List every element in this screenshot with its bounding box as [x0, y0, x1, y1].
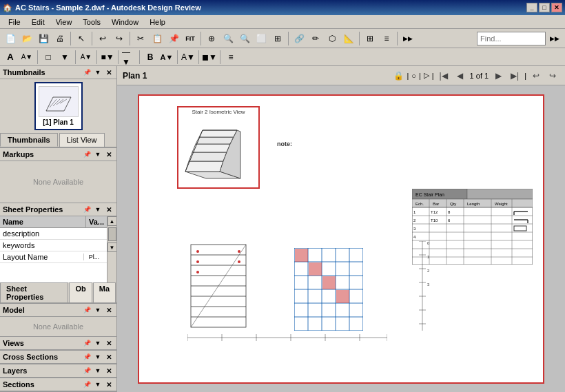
zoom-in-button[interactable]: 🔍	[220, 31, 236, 46]
markups-menu-icon[interactable]: ▼	[93, 149, 103, 159]
menu-edit[interactable]: Edit	[26, 17, 50, 28]
text-btn[interactable]: A	[3, 50, 18, 65]
fill-btn[interactable]: ■▼	[100, 50, 115, 65]
markups-pin-icon[interactable]: 📌	[82, 149, 92, 159]
paste-button[interactable]: 📌	[166, 31, 181, 46]
model-menu-icon[interactable]: ▼	[93, 305, 103, 315]
views-pin-icon[interactable]: 📌	[82, 338, 92, 348]
fit-button[interactable]: FIT	[183, 31, 198, 46]
fill-color-btn[interactable]: ◼▼	[202, 50, 217, 65]
close-button[interactable]: ✕	[551, 3, 562, 12]
scroll-down-btn[interactable]: ▼	[107, 243, 117, 252]
views-menu-icon[interactable]: ▼	[93, 338, 103, 348]
prev-page-btn[interactable]: ◀	[453, 69, 467, 83]
model-header[interactable]: Model 📌 ▼ ✕	[0, 304, 116, 317]
print-button[interactable]: 🖨	[52, 31, 68, 46]
tab-thumbnails[interactable]: Thumbnails	[0, 133, 58, 147]
view-btn1[interactable]: ⊞	[362, 31, 378, 46]
sheet-close-button[interactable]: ✕	[104, 205, 114, 214]
scroll-up-btn[interactable]: ▲	[107, 216, 117, 226]
btab-ob[interactable]: Ob	[69, 282, 92, 302]
bold-size-btn[interactable]: A▼	[159, 50, 174, 65]
redo-button[interactable]: ↪	[112, 31, 127, 46]
menu-window[interactable]: Window	[106, 17, 144, 28]
thumbnail-img	[39, 86, 79, 117]
zoom-pan-button[interactable]: ⊕	[204, 31, 219, 46]
menu-tools[interactable]: Tools	[77, 17, 106, 28]
last-page-btn[interactable]: ▶|	[508, 69, 522, 83]
sections-menu-icon[interactable]: ▼	[93, 380, 103, 389]
sections-pin-icon[interactable]: 📌	[82, 380, 92, 389]
save-button[interactable]: 💾	[36, 31, 51, 46]
next-page-btn[interactable]: ▶	[491, 69, 505, 83]
sheet-menu-icon[interactable]: ▼	[93, 205, 103, 214]
menu-file[interactable]: File	[3, 17, 26, 28]
views-close-button[interactable]: ✕	[104, 338, 114, 348]
zoom-window-button[interactable]: ⬜	[254, 31, 269, 46]
view-btn2[interactable]: ≡	[379, 31, 394, 46]
find-input[interactable]	[477, 32, 546, 45]
shape-btn2[interactable]: ▼	[57, 50, 72, 65]
btab-sheet-props[interactable]: Sheet Properties	[0, 282, 68, 302]
cut-button[interactable]: ✂	[133, 31, 148, 46]
first-page-btn[interactable]: |◀	[437, 69, 451, 83]
menu-view[interactable]: View	[50, 17, 78, 28]
thumbnails-pin-icon[interactable]: 📌	[82, 68, 92, 77]
window-controls[interactable]: _ □ ✕	[526, 3, 562, 12]
tab-listview[interactable]: List View	[59, 133, 105, 147]
cross-sections-close-button[interactable]: ✕	[104, 352, 114, 362]
layers-header[interactable]: Layers 📌 ▼ ✕	[0, 364, 116, 378]
copy-button[interactable]: 📋	[150, 31, 165, 46]
model-close-button[interactable]: ✕	[104, 305, 114, 315]
measure-button[interactable]: 📐	[341, 31, 356, 46]
layers-close-button[interactable]: ✕	[104, 366, 114, 375]
menu-help[interactable]: Help	[144, 17, 171, 28]
layers-menu-icon[interactable]: ▼	[93, 366, 103, 375]
zoom-ext-button[interactable]: ⊞	[270, 31, 285, 46]
sections-header[interactable]: Sections 📌 ▼ ✕	[0, 378, 116, 391]
model-empty-text: None Available	[33, 322, 83, 331]
btab-ma[interactable]: Ma	[93, 282, 116, 302]
cross-sections-header[interactable]: Cross Sections 📌 ▼ ✕	[0, 351, 116, 364]
shape-btn1[interactable]: □	[41, 50, 56, 65]
more-btn[interactable]: ▶▶	[400, 31, 415, 46]
cursor-button[interactable]: ↖	[74, 31, 89, 46]
sheet-props-scrollbar[interactable]: ▲ ▼	[107, 216, 116, 282]
drawing-area[interactable]: Stair 2 Isometric View	[117, 85, 565, 392]
views-header[interactable]: Views 📌 ▼ ✕	[0, 337, 116, 350]
zoom-out-button[interactable]: 🔍	[237, 31, 252, 46]
forward-btn[interactable]: ↪	[546, 69, 559, 83]
3d-button[interactable]: ⬡	[325, 31, 340, 46]
line-btn[interactable]: —▼	[121, 50, 136, 65]
link-button[interactable]: 🔗	[291, 31, 307, 46]
anno-btn1[interactable]: A▼	[19, 50, 34, 65]
new-button[interactable]: 📄	[3, 31, 18, 46]
cross-sections-menu-icon[interactable]: ▼	[93, 352, 103, 362]
back-btn[interactable]: ↩	[529, 69, 543, 83]
props-col-headers: Name Va...	[0, 216, 107, 228]
cross-sections-pin-icon[interactable]: 📌	[82, 352, 92, 362]
sheet-pin-icon[interactable]: 📌	[82, 205, 92, 214]
markups-close-button[interactable]: ✕	[104, 149, 114, 159]
maximize-button[interactable]: □	[539, 3, 550, 12]
svg-rect-50	[467, 189, 533, 199]
color-btn1[interactable]: A▼	[79, 50, 94, 65]
align-btn[interactable]: ≡	[223, 50, 238, 65]
layers-pin-icon[interactable]: 📌	[82, 366, 92, 375]
scroll-thumb[interactable]	[108, 227, 116, 241]
markups-empty-text: None Available	[33, 178, 83, 186]
bold-btn[interactable]: B	[143, 50, 158, 65]
undo-button[interactable]: ↩	[95, 31, 110, 46]
markup-button[interactable]: ✏	[308, 31, 323, 46]
open-button[interactable]: 📂	[19, 31, 34, 46]
thumbnails-menu-icon[interactable]: ▼	[93, 68, 103, 77]
model-pin-icon[interactable]: 📌	[82, 305, 92, 315]
sections-close-button[interactable]: ✕	[104, 380, 114, 389]
thumbnail-plan1[interactable]: [1] Plan 1	[34, 82, 83, 130]
text-color-btn[interactable]: A▼	[181, 50, 196, 65]
app-icon: 🏠	[3, 3, 12, 12]
minimize-button[interactable]: _	[526, 3, 537, 12]
thumbnails-close-button[interactable]: ✕	[104, 68, 114, 77]
find-more-btn[interactable]: ▶▶	[547, 31, 562, 46]
sheet-properties-icons: 📌 ▼ ✕	[82, 205, 114, 214]
